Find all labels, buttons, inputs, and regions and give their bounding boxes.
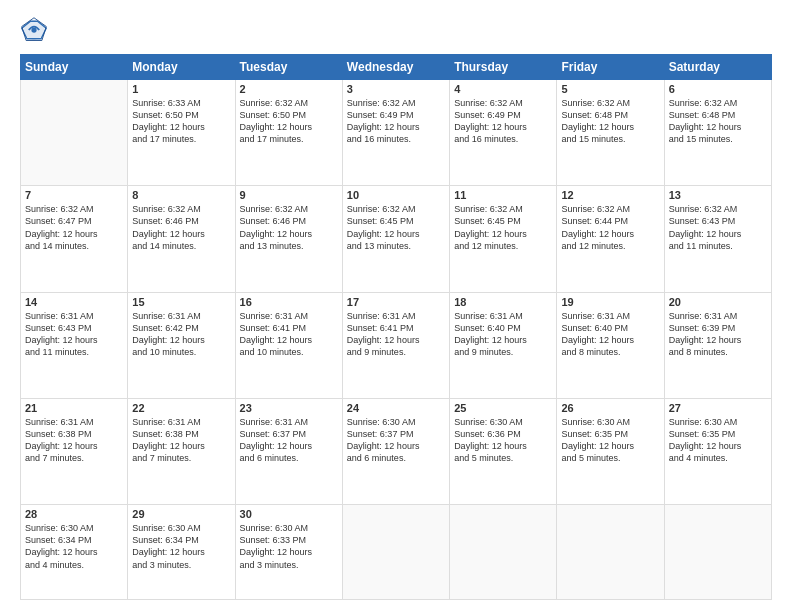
calendar-week-row: 21Sunrise: 6:31 AM Sunset: 6:38 PM Dayli… bbox=[21, 398, 772, 504]
weekday-header-saturday: Saturday bbox=[664, 55, 771, 80]
day-info: Sunrise: 6:32 AM Sunset: 6:48 PM Dayligh… bbox=[561, 97, 659, 146]
day-info: Sunrise: 6:30 AM Sunset: 6:36 PM Dayligh… bbox=[454, 416, 552, 465]
calendar-cell: 26Sunrise: 6:30 AM Sunset: 6:35 PM Dayli… bbox=[557, 398, 664, 504]
weekday-header-friday: Friday bbox=[557, 55, 664, 80]
calendar-cell: 22Sunrise: 6:31 AM Sunset: 6:38 PM Dayli… bbox=[128, 398, 235, 504]
day-number: 14 bbox=[25, 296, 123, 308]
day-info: Sunrise: 6:32 AM Sunset: 6:49 PM Dayligh… bbox=[454, 97, 552, 146]
day-info: Sunrise: 6:32 AM Sunset: 6:47 PM Dayligh… bbox=[25, 203, 123, 252]
calendar-cell: 19Sunrise: 6:31 AM Sunset: 6:40 PM Dayli… bbox=[557, 292, 664, 398]
logo-icon bbox=[20, 16, 48, 44]
calendar-cell: 7Sunrise: 6:32 AM Sunset: 6:47 PM Daylig… bbox=[21, 186, 128, 292]
calendar-cell: 29Sunrise: 6:30 AM Sunset: 6:34 PM Dayli… bbox=[128, 505, 235, 600]
day-info: Sunrise: 6:32 AM Sunset: 6:48 PM Dayligh… bbox=[669, 97, 767, 146]
day-info: Sunrise: 6:31 AM Sunset: 6:43 PM Dayligh… bbox=[25, 310, 123, 359]
calendar-cell: 24Sunrise: 6:30 AM Sunset: 6:37 PM Dayli… bbox=[342, 398, 449, 504]
day-number: 20 bbox=[669, 296, 767, 308]
calendar-cell: 18Sunrise: 6:31 AM Sunset: 6:40 PM Dayli… bbox=[450, 292, 557, 398]
calendar-cell: 3Sunrise: 6:32 AM Sunset: 6:49 PM Daylig… bbox=[342, 80, 449, 186]
calendar-week-row: 7Sunrise: 6:32 AM Sunset: 6:47 PM Daylig… bbox=[21, 186, 772, 292]
weekday-header-thursday: Thursday bbox=[450, 55, 557, 80]
day-number: 2 bbox=[240, 83, 338, 95]
calendar-cell: 1Sunrise: 6:33 AM Sunset: 6:50 PM Daylig… bbox=[128, 80, 235, 186]
day-info: Sunrise: 6:30 AM Sunset: 6:35 PM Dayligh… bbox=[561, 416, 659, 465]
day-number: 27 bbox=[669, 402, 767, 414]
calendar-cell: 4Sunrise: 6:32 AM Sunset: 6:49 PM Daylig… bbox=[450, 80, 557, 186]
day-number: 29 bbox=[132, 508, 230, 520]
day-number: 8 bbox=[132, 189, 230, 201]
day-info: Sunrise: 6:32 AM Sunset: 6:49 PM Dayligh… bbox=[347, 97, 445, 146]
day-number: 3 bbox=[347, 83, 445, 95]
day-info: Sunrise: 6:32 AM Sunset: 6:46 PM Dayligh… bbox=[240, 203, 338, 252]
day-info: Sunrise: 6:31 AM Sunset: 6:38 PM Dayligh… bbox=[132, 416, 230, 465]
day-number: 10 bbox=[347, 189, 445, 201]
day-info: Sunrise: 6:31 AM Sunset: 6:42 PM Dayligh… bbox=[132, 310, 230, 359]
day-number: 4 bbox=[454, 83, 552, 95]
day-info: Sunrise: 6:30 AM Sunset: 6:33 PM Dayligh… bbox=[240, 522, 338, 571]
weekday-header-row: SundayMondayTuesdayWednesdayThursdayFrid… bbox=[21, 55, 772, 80]
day-number: 28 bbox=[25, 508, 123, 520]
calendar-cell: 21Sunrise: 6:31 AM Sunset: 6:38 PM Dayli… bbox=[21, 398, 128, 504]
day-number: 19 bbox=[561, 296, 659, 308]
day-info: Sunrise: 6:31 AM Sunset: 6:38 PM Dayligh… bbox=[25, 416, 123, 465]
day-number: 18 bbox=[454, 296, 552, 308]
day-info: Sunrise: 6:32 AM Sunset: 6:44 PM Dayligh… bbox=[561, 203, 659, 252]
day-info: Sunrise: 6:32 AM Sunset: 6:50 PM Dayligh… bbox=[240, 97, 338, 146]
day-info: Sunrise: 6:31 AM Sunset: 6:40 PM Dayligh… bbox=[454, 310, 552, 359]
day-number: 17 bbox=[347, 296, 445, 308]
logo bbox=[20, 16, 52, 44]
calendar-cell: 6Sunrise: 6:32 AM Sunset: 6:48 PM Daylig… bbox=[664, 80, 771, 186]
calendar-cell: 5Sunrise: 6:32 AM Sunset: 6:48 PM Daylig… bbox=[557, 80, 664, 186]
calendar-cell: 30Sunrise: 6:30 AM Sunset: 6:33 PM Dayli… bbox=[235, 505, 342, 600]
calendar-cell: 25Sunrise: 6:30 AM Sunset: 6:36 PM Dayli… bbox=[450, 398, 557, 504]
calendar-cell: 23Sunrise: 6:31 AM Sunset: 6:37 PM Dayli… bbox=[235, 398, 342, 504]
day-info: Sunrise: 6:32 AM Sunset: 6:45 PM Dayligh… bbox=[347, 203, 445, 252]
calendar-cell bbox=[342, 505, 449, 600]
day-number: 9 bbox=[240, 189, 338, 201]
day-info: Sunrise: 6:30 AM Sunset: 6:34 PM Dayligh… bbox=[25, 522, 123, 571]
day-number: 7 bbox=[25, 189, 123, 201]
calendar-cell: 10Sunrise: 6:32 AM Sunset: 6:45 PM Dayli… bbox=[342, 186, 449, 292]
day-number: 12 bbox=[561, 189, 659, 201]
day-number: 13 bbox=[669, 189, 767, 201]
calendar-cell bbox=[21, 80, 128, 186]
calendar-cell: 8Sunrise: 6:32 AM Sunset: 6:46 PM Daylig… bbox=[128, 186, 235, 292]
day-info: Sunrise: 6:32 AM Sunset: 6:43 PM Dayligh… bbox=[669, 203, 767, 252]
calendar-cell bbox=[664, 505, 771, 600]
calendar-cell: 17Sunrise: 6:31 AM Sunset: 6:41 PM Dayli… bbox=[342, 292, 449, 398]
calendar-cell: 27Sunrise: 6:30 AM Sunset: 6:35 PM Dayli… bbox=[664, 398, 771, 504]
calendar-cell: 28Sunrise: 6:30 AM Sunset: 6:34 PM Dayli… bbox=[21, 505, 128, 600]
day-info: Sunrise: 6:31 AM Sunset: 6:41 PM Dayligh… bbox=[240, 310, 338, 359]
calendar-week-row: 28Sunrise: 6:30 AM Sunset: 6:34 PM Dayli… bbox=[21, 505, 772, 600]
calendar-week-row: 1Sunrise: 6:33 AM Sunset: 6:50 PM Daylig… bbox=[21, 80, 772, 186]
svg-point-3 bbox=[31, 27, 36, 32]
calendar-cell: 11Sunrise: 6:32 AM Sunset: 6:45 PM Dayli… bbox=[450, 186, 557, 292]
day-info: Sunrise: 6:31 AM Sunset: 6:41 PM Dayligh… bbox=[347, 310, 445, 359]
day-info: Sunrise: 6:31 AM Sunset: 6:37 PM Dayligh… bbox=[240, 416, 338, 465]
calendar-cell: 16Sunrise: 6:31 AM Sunset: 6:41 PM Dayli… bbox=[235, 292, 342, 398]
day-number: 21 bbox=[25, 402, 123, 414]
weekday-header-wednesday: Wednesday bbox=[342, 55, 449, 80]
day-number: 16 bbox=[240, 296, 338, 308]
day-info: Sunrise: 6:30 AM Sunset: 6:35 PM Dayligh… bbox=[669, 416, 767, 465]
day-number: 23 bbox=[240, 402, 338, 414]
calendar-cell: 14Sunrise: 6:31 AM Sunset: 6:43 PM Dayli… bbox=[21, 292, 128, 398]
day-number: 30 bbox=[240, 508, 338, 520]
calendar-cell: 13Sunrise: 6:32 AM Sunset: 6:43 PM Dayli… bbox=[664, 186, 771, 292]
page: SundayMondayTuesdayWednesdayThursdayFrid… bbox=[0, 0, 792, 612]
day-number: 6 bbox=[669, 83, 767, 95]
calendar-cell bbox=[557, 505, 664, 600]
day-number: 25 bbox=[454, 402, 552, 414]
day-info: Sunrise: 6:33 AM Sunset: 6:50 PM Dayligh… bbox=[132, 97, 230, 146]
day-number: 5 bbox=[561, 83, 659, 95]
calendar-cell: 9Sunrise: 6:32 AM Sunset: 6:46 PM Daylig… bbox=[235, 186, 342, 292]
calendar-cell: 2Sunrise: 6:32 AM Sunset: 6:50 PM Daylig… bbox=[235, 80, 342, 186]
day-number: 11 bbox=[454, 189, 552, 201]
calendar-cell: 15Sunrise: 6:31 AM Sunset: 6:42 PM Dayli… bbox=[128, 292, 235, 398]
weekday-header-tuesday: Tuesday bbox=[235, 55, 342, 80]
calendar-week-row: 14Sunrise: 6:31 AM Sunset: 6:43 PM Dayli… bbox=[21, 292, 772, 398]
weekday-header-monday: Monday bbox=[128, 55, 235, 80]
day-number: 1 bbox=[132, 83, 230, 95]
day-info: Sunrise: 6:31 AM Sunset: 6:39 PM Dayligh… bbox=[669, 310, 767, 359]
calendar-cell: 12Sunrise: 6:32 AM Sunset: 6:44 PM Dayli… bbox=[557, 186, 664, 292]
